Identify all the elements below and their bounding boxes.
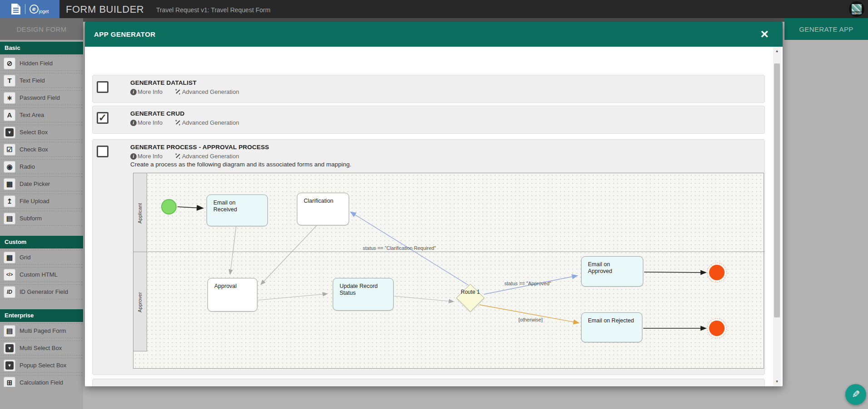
- page-title: FORM BUILDER: [66, 4, 144, 15]
- sidebar-section: Custom ▦ Grid </> Custom HTML ID ID Gene…: [0, 236, 83, 299]
- generator-row-datalist: GENERATE DATALIST iMore Info Advanced Ge…: [92, 75, 765, 103]
- tab-strip: [83, 18, 784, 22]
- sidebar-item-label: Text Area: [20, 112, 44, 118]
- sidebar-item[interactable]: ▦ Date Picker: [1, 176, 82, 191]
- edge-label-otherwise: [otherwise]: [518, 317, 542, 322]
- pencil-icon: ✎: [852, 389, 860, 400]
- field-type-icon: ▼: [4, 127, 15, 138]
- tab-generate-app[interactable]: GENERATE APP: [784, 18, 868, 40]
- field-type-icon: T: [4, 75, 15, 87]
- more-info-link[interactable]: iMore Info: [130, 119, 163, 126]
- sidebar-item[interactable]: ◉ Radio: [1, 159, 82, 174]
- end-event-node-approved: [709, 265, 725, 280]
- field-type-icon: ▼: [4, 360, 15, 371]
- sidebar-item[interactable]: </> Custom HTML: [1, 267, 82, 282]
- edit-fab-button[interactable]: ✎: [845, 384, 866, 405]
- sidebar-section-header: Enterprise: [0, 309, 83, 322]
- magic-wand-icon: [174, 119, 181, 126]
- logo-divider: [25, 4, 25, 14]
- sidebar-item[interactable]: ☑ Check Box: [1, 142, 82, 157]
- sidebar-section: Enterprise ▤ Multi Paged Form ▼ Multi Se…: [0, 309, 83, 387]
- sidebar-item-label: File Upload: [20, 198, 49, 204]
- sidebar-item-label: Subform: [20, 215, 42, 222]
- sidebar-item-label: Date Picker: [20, 180, 50, 187]
- node-clarification: Clarification: [297, 193, 349, 225]
- sidebar-item[interactable]: ▤ Multi Paged Form: [1, 323, 82, 338]
- edge-label-clarification-required: status == "Clarification Required": [363, 245, 436, 251]
- field-type-icon: ↥: [4, 195, 15, 207]
- form-document-icon: [11, 3, 21, 15]
- sidebar-item[interactable]: ▼ Select Box: [1, 125, 82, 140]
- sidebar-item[interactable]: A Text Area: [1, 107, 82, 122]
- generator-title: GENERATE PROCESS - APPROVAL PROCESS: [130, 144, 269, 151]
- field-type-icon: ◉: [4, 161, 15, 173]
- sidebar-item-label: Calculation Field: [20, 379, 63, 386]
- app-generator-modal: APP GENERATOR × GENERATORS: GENERATE DAT…: [85, 22, 783, 386]
- field-type-icon: ∗: [4, 92, 15, 104]
- sidebar-item-label: Select Box: [20, 129, 48, 136]
- sidebar-item[interactable]: ⊘ Hidden Field: [1, 56, 82, 71]
- sidebar-item[interactable]: ID ID Generator Field: [1, 284, 82, 299]
- page-subtitle: Travel Request v1: Travel Request Form: [156, 6, 271, 14]
- route-gateway-node: [456, 284, 484, 312]
- scroll-up-icon[interactable]: ▲: [773, 48, 781, 54]
- scroll-down-icon[interactable]: ▼: [773, 379, 781, 385]
- node-email-on-approved: Email on Approved: [581, 256, 643, 287]
- sidebar-palette: Basic ⊘ Hidden Field T Text Field ∗ Pass…: [0, 40, 83, 387]
- modal-title: APP GENERATOR: [94, 22, 156, 47]
- sidebar-item-label: Custom HTML: [20, 271, 58, 278]
- info-icon: i: [130, 120, 137, 126]
- form-element-sidebar: Basic ⊘ Hidden Field T Text Field ∗ Pass…: [0, 40, 83, 409]
- sidebar-item[interactable]: ▦ Grid: [1, 250, 82, 265]
- sidebar-item-label: Hidden Field: [20, 60, 53, 67]
- node-update-record-status: Update Record Status: [333, 278, 394, 311]
- advanced-generation-link[interactable]: Advanced Generation: [174, 88, 239, 95]
- sidebar-item-label: Grid: [20, 254, 31, 261]
- sidebar-item[interactable]: ∗ Password Field: [1, 90, 82, 105]
- more-info-link[interactable]: iMore Info: [130, 153, 163, 160]
- sidebar-item-label: ID Generator Field: [20, 288, 68, 295]
- advanced-generation-link[interactable]: Advanced Generation: [174, 153, 239, 160]
- generator-checkbox[interactable]: [97, 146, 108, 157]
- info-icon: i: [130, 89, 137, 95]
- sidebar-item[interactable]: ⊞ Calculation Field: [1, 375, 82, 387]
- process-diagram: Applicant Approver Email on Received Cla…: [133, 173, 764, 369]
- modal-header: APP GENERATOR ×: [85, 22, 783, 47]
- modal-scrollbar[interactable]: ▲ ▼: [773, 47, 781, 386]
- lane-label-applicant: Applicant: [137, 186, 151, 240]
- sidebar-section: Basic ⊘ Hidden Field T Text Field ∗ Pass…: [0, 42, 83, 226]
- lane-label-approver: Approver: [137, 264, 151, 341]
- sidebar-item[interactable]: ▤ Subform: [1, 211, 82, 226]
- generator-checkbox[interactable]: [97, 81, 108, 93]
- advanced-generation-link[interactable]: Advanced Generation: [174, 119, 239, 126]
- generator-checkbox[interactable]: [97, 112, 108, 124]
- field-type-icon: ▦: [4, 252, 15, 263]
- sidebar-item-label: Check Box: [20, 146, 48, 153]
- field-type-icon: ▤: [4, 325, 15, 337]
- user-avatar[interactable]: admin: [849, 1, 864, 17]
- top-bar: ejoget FORM BUILDER Travel Request v1: T…: [0, 0, 868, 18]
- close-icon[interactable]: ×: [756, 25, 773, 43]
- generator-row-crud: GENERATE CRUD iMore Info Advanced Genera…: [92, 106, 765, 134]
- sidebar-section-header: Basic: [0, 42, 83, 54]
- field-type-icon: ▤: [4, 213, 15, 224]
- field-type-icon: </>: [4, 269, 15, 281]
- field-type-icon: A: [4, 109, 15, 121]
- sidebar-item[interactable]: ↥ File Upload: [1, 194, 82, 209]
- generator-title: GENERATE DATALIST: [130, 79, 197, 86]
- logo-block[interactable]: ejoget: [0, 0, 59, 18]
- sidebar-item[interactable]: ▼ Multi Select Box: [1, 341, 82, 355]
- joget-logo-icon: ejoget: [30, 5, 49, 14]
- tab-design-form[interactable]: DESIGN FORM: [0, 18, 83, 40]
- node-email-on-rejected: Email on Rejected: [581, 312, 642, 342]
- more-info-link[interactable]: iMore Info: [130, 88, 163, 95]
- sidebar-item[interactable]: T Text Field: [1, 73, 82, 88]
- process-description: Create a process as the following diagra…: [130, 161, 351, 168]
- start-event-node: [161, 199, 177, 214]
- sidebar-item[interactable]: ▼ Popup Select Box: [1, 358, 82, 373]
- generator-row-process: GENERATE PROCESS - APPROVAL PROCESS iMor…: [92, 139, 765, 375]
- field-type-icon: ▼: [4, 342, 15, 354]
- scrollbar-thumb[interactable]: [774, 63, 780, 317]
- sidebar-item-label: Text Field: [20, 77, 45, 84]
- sidebar-item-label: Multi Paged Form: [20, 327, 66, 334]
